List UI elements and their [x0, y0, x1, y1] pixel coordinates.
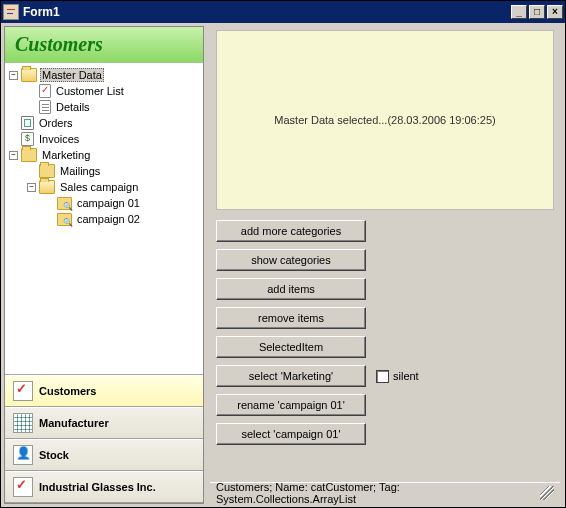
- tree-item-campaign-02[interactable]: campaign 02: [7, 211, 201, 227]
- campaign-icon: [57, 197, 72, 210]
- nav-section-label: Manufacturer: [39, 417, 109, 429]
- orders-icon: [21, 116, 34, 130]
- collapse-icon[interactable]: −: [9, 71, 18, 80]
- tree-view[interactable]: − Master Data Customer List Details: [5, 63, 203, 374]
- nav-section-manufacturer[interactable]: Manufacturer: [5, 407, 203, 439]
- silent-label: silent: [393, 370, 419, 382]
- folder-icon: [39, 164, 55, 178]
- info-note: Master Data selected...(28.03.2006 19:06…: [216, 30, 554, 210]
- status-bar: Customers; Name: catCustomer; Tag: Syste…: [210, 482, 560, 502]
- tree-label[interactable]: Master Data: [40, 68, 104, 82]
- tree-item-sales-campaign[interactable]: − Sales campaign: [7, 179, 201, 195]
- tree-label[interactable]: Sales campaign: [58, 181, 140, 193]
- nav-section-label: Industrial Glasses Inc.: [39, 481, 156, 493]
- tree-item-customer-list[interactable]: Customer List: [7, 83, 201, 99]
- select-campaign-01-button[interactable]: select 'campaign 01': [216, 423, 366, 445]
- nav-section-customers[interactable]: Customers: [5, 375, 203, 407]
- nav-section-stock[interactable]: Stock: [5, 439, 203, 471]
- tree-item-marketing[interactable]: − Marketing: [7, 147, 201, 163]
- tree-item-orders[interactable]: Orders: [7, 115, 201, 131]
- nav-section-label: Customers: [39, 385, 96, 397]
- add-items-button[interactable]: add items: [216, 278, 366, 300]
- nav-section-industrial[interactable]: Industrial Glasses Inc.: [5, 471, 203, 503]
- tree-label[interactable]: Mailings: [58, 165, 102, 177]
- navigation-pane: Customers − Master Data Customer List: [4, 26, 204, 504]
- app-icon: [3, 4, 19, 20]
- add-more-categories-button[interactable]: add more categories: [216, 220, 366, 242]
- tree-item-invoices[interactable]: Invoices: [7, 131, 201, 147]
- window-title: Form1: [23, 5, 60, 19]
- folder-open-icon: [39, 180, 55, 194]
- nav-sections: Customers Manufacturer Stock Industrial …: [5, 374, 203, 503]
- tree-label[interactable]: Marketing: [40, 149, 92, 161]
- main-panel: Master Data selected...(28.03.2006 19:06…: [208, 26, 562, 504]
- resize-grip-icon[interactable]: [540, 486, 554, 500]
- person-icon: [13, 445, 33, 465]
- document-check-icon: [39, 84, 51, 98]
- tree-item-master-data[interactable]: − Master Data: [7, 67, 201, 83]
- folder-open-icon: [21, 68, 37, 82]
- nav-section-label: Stock: [39, 449, 69, 461]
- tree-item-mailings[interactable]: Mailings: [7, 163, 201, 179]
- tree-label[interactable]: Details: [54, 101, 92, 113]
- tree-label[interactable]: campaign 01: [75, 197, 142, 209]
- tree-item-details[interactable]: Details: [7, 99, 201, 115]
- selected-item-button[interactable]: SelectedItem: [216, 336, 366, 358]
- collapse-icon[interactable]: −: [9, 151, 18, 160]
- invoices-icon: [21, 132, 34, 146]
- checklist-icon: [13, 477, 33, 497]
- tree-label[interactable]: Invoices: [37, 133, 81, 145]
- checklist-icon: [13, 381, 33, 401]
- window: Form1 _ □ × Customers − Master Data Cust…: [0, 0, 566, 508]
- show-categories-button[interactable]: show categories: [216, 249, 366, 271]
- remove-items-button[interactable]: remove items: [216, 307, 366, 329]
- calendar-icon: [13, 413, 33, 433]
- close-button[interactable]: ×: [547, 5, 563, 19]
- campaign-icon: [57, 213, 72, 226]
- tree-label[interactable]: Customer List: [54, 85, 126, 97]
- tree-label[interactable]: Orders: [37, 117, 75, 129]
- info-note-text: Master Data selected...(28.03.2006 19:06…: [274, 114, 495, 126]
- nav-header: Customers: [5, 27, 203, 63]
- maximize-button[interactable]: □: [529, 5, 545, 19]
- minimize-button[interactable]: _: [511, 5, 527, 19]
- tree-item-campaign-01[interactable]: campaign 01: [7, 195, 201, 211]
- folder-icon: [21, 148, 37, 162]
- document-icon: [39, 100, 51, 114]
- status-text: Customers; Name: catCustomer; Tag: Syste…: [216, 481, 540, 505]
- collapse-icon[interactable]: −: [27, 183, 36, 192]
- select-marketing-button[interactable]: select 'Marketing': [216, 365, 366, 387]
- tree-label[interactable]: campaign 02: [75, 213, 142, 225]
- titlebar: Form1 _ □ ×: [1, 1, 565, 23]
- rename-campaign-01-button[interactable]: rename 'campaign 01': [216, 394, 366, 416]
- silent-checkbox[interactable]: [376, 370, 389, 383]
